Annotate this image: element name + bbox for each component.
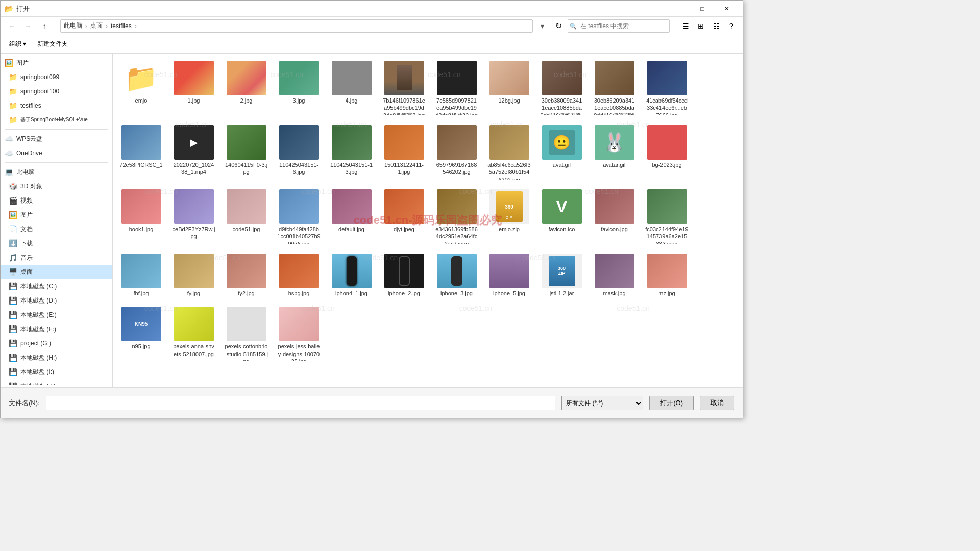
sidebar-item-pictures[interactable]: 🖼️ 图片 [1,56,112,70]
search-input[interactable] [568,19,670,33]
file-item-emjo-folder[interactable]: 📁 emjo [117,58,165,118]
filetype-select[interactable]: 所有文件 (*.*) [561,396,643,410]
file-item-avatar-gif[interactable]: 🐰 avatar.gif [590,122,639,182]
file-item-3jpg[interactable]: 3.jpg [275,58,323,118]
sidebar-item-mysql-vue[interactable]: 📁 基于SpringBoot+MySQL+Vue [1,113,112,127]
sidebar-item-drive-f[interactable]: 💾 本地磁盘 (F:) [1,322,112,336]
breadcrumb-testfiles[interactable]: testfiles [111,22,132,30]
sidebar-item-img[interactable]: 🖼️ 图片 [1,208,112,222]
sidebar-scroll: 🖼️ 图片 📁 springboot099 📁 springboot100 📁 … [1,56,112,385]
file-item-book1[interactable]: book1.jpg [117,186,165,246]
file-item-fy2[interactable]: fy2.jpg [222,251,271,299]
sidebar-item-doc[interactable]: 📄 文档 [1,222,112,236]
up-button[interactable]: ↑ [37,19,52,33]
open-button[interactable]: 打开(O) [649,396,694,410]
help-button[interactable]: ? [724,19,739,33]
sidebar-item-3d[interactable]: 🎲 3D 对象 [1,179,112,193]
file-item-jstl[interactable]: 360ZIP jstl-1.2.jar [537,251,586,299]
file-item-150113[interactable]: 150113122411-1.jpg [380,122,428,182]
maximize-button[interactable]: □ [691,1,714,17]
file-item-pexels-jess[interactable]: pexels-jess-bailey-designs-1007025.jpg [275,304,323,364]
file-item-110425-6[interactable]: 110425043151-6.jpg [275,122,323,182]
file-item-72e58[interactable]: 72e58PICRSC_1 [117,122,165,182]
sidebar-item-desktop[interactable]: 🖥️ 桌面 [1,265,112,279]
filename-input[interactable] [46,396,556,410]
file-item-code51[interactable]: code51.jpg [222,186,271,246]
sidebar-item-drive-h[interactable]: 💾 本地磁盘 (H:) [1,350,112,365]
breadcrumb-desktop[interactable]: 桌面 [90,21,103,30]
file-item-iphone3[interactable]: iphone_3.jpg [432,251,481,299]
file-item-ab85f[interactable]: ab85f4c6ca526f35a752ef80b1f546202.jpg [485,122,533,182]
sidebar-item-drive-g[interactable]: 💾 project (G:) [1,336,112,350]
sidebar-item-video[interactable]: 🎬 视频 [1,193,112,208]
file-item-6597[interactable]: 6597969167168546202.jpg [432,122,481,182]
file-item-e34361[interactable]: e34361369fb5864dc2951e2a64fc2ac7.jpeg [432,186,481,246]
file-item-140604[interactable]: 140604115F0-3.jpg [222,122,271,182]
sidebar-item-this-pc[interactable]: 💻 此电脑 [1,165,112,179]
view-mode-button[interactable]: ☰ [678,19,693,33]
file-item-12bg[interactable]: 12bg.jpg [485,58,533,118]
file-item-7c585[interactable]: 7c585d9097821ea95b499dbc19d2de8战神32.jpg [432,58,481,118]
file-item-n95[interactable]: KN95 n95.jpg [117,304,165,364]
file-item-default[interactable]: default.jpg [327,186,376,246]
sidebar-item-wps[interactable]: ☁️ WPS云盘 [1,132,112,146]
sidebar-label: 本地磁盘 (D:) [20,296,57,305]
sidebar-item-drive-c[interactable]: 💾 本地磁盘 (C:) [1,279,112,293]
sidebar-item-springboot100[interactable]: 📁 springboot100 [1,84,112,98]
file-item-djyt[interactable]: djyt.jpeg [380,186,428,246]
file-item-iphon4[interactable]: iphon4_1.jpg [327,251,376,299]
sidebar-item-onedrive[interactable]: ☁️ OneDrive [1,146,112,160]
file-item-fy[interactable]: fy.jpg [169,251,218,299]
sidebar-item-drive-j[interactable]: 💾 本地磁盘 (J:) [1,379,112,385]
file-item-4jpg[interactable]: 4.jpg [327,58,376,118]
file-item-hspg[interactable]: hspg.jpg [275,251,323,299]
organize-button[interactable]: 组织 ▾ [5,37,31,52]
file-item-mask[interactable]: mask.jpg [590,251,639,299]
file-item-2jpg[interactable]: 2.jpg [222,58,271,118]
file-item-mz[interactable]: mz.jpg [643,251,691,299]
back-button[interactable]: ← [5,19,19,33]
file-item-cebd2[interactable]: ceBd2F3Yz7Rw.jpg [169,186,218,246]
file-item-20220720[interactable]: ▶ 20220720_102438_1.mp4 [169,122,218,182]
sidebar-label: WPS云盘 [16,135,42,143]
sidebar-label: OneDrive [16,149,42,157]
file-item-fc03c2[interactable]: fc03c2144f94e19145739a6a2e15883.jpeg [643,186,691,246]
cancel-button[interactable]: 取消 [700,396,734,410]
window-controls: ─ □ ✕ [666,1,739,17]
sidebar-item-drive-e[interactable]: 💾 本地磁盘 (E:) [1,308,112,322]
file-item-bg2023[interactable]: bg-2023.jpg [643,122,691,182]
sidebar-label: 本地磁盘 (H:) [20,354,57,362]
dropdown-button[interactable]: ▾ [535,19,549,33]
file-item-30eb38[interactable]: 30eb38009a3411eace10885bda9dd416便签召唤.jpg [537,58,586,118]
sidebar-item-drive-d[interactable]: 💾 本地磁盘 (D:) [1,293,112,308]
file-item-pexels-cotton[interactable]: pexels-cottonbrio-studio-5185159.jpg [222,304,271,364]
file-item-iphone5[interactable]: iphone_5.jpg [485,251,533,299]
file-item-favicon-ico[interactable]: V favicon.ico [537,186,586,246]
file-item-favicon-jpg[interactable]: favicon.jpg [590,186,639,246]
sidebar-item-drive-i[interactable]: 💾 本地磁盘 (I:) [1,365,112,379]
sidebar-item-download[interactable]: ⬇️ 下载 [1,236,112,251]
close-button[interactable]: ✕ [715,1,739,17]
file-item-41cab[interactable]: 41cab69df54ccd33c414ee6r...eb7666.jpg [643,58,691,118]
refresh-button[interactable]: ↻ [551,19,566,33]
new-folder-button[interactable]: 新建文件夹 [33,37,72,52]
sidebar-item-springboot099[interactable]: 📁 springboot099 [1,70,112,84]
breadcrumb-this-pc[interactable]: 此电脑 [64,21,82,30]
file-item-fhf[interactable]: fhf.jpg [117,251,165,299]
forward-button[interactable]: → [21,19,35,33]
file-item-iphone2[interactable]: iphone_2.jpg [380,251,428,299]
file-item-1jpg[interactable]: 1.jpg [169,58,218,118]
file-item-pexels-anna[interactable]: pexels-anna-shvets-5218007.jpg [169,304,218,364]
file-item-110425-13[interactable]: 110425043151-13.jpg [327,122,376,182]
address-bar[interactable]: 此电脑 › 桌面 › testfiles › [60,19,533,33]
view-grid-button[interactable]: ⊞ [694,19,708,33]
file-item-30eb86[interactable]: 30eb86209a3411eace10885bda9dd416便签召唤1.jp… [590,58,639,118]
view-detail-button[interactable]: ☷ [709,19,723,33]
file-item-d9fcb[interactable]: d9fcb449fa428b1cc001b40527b99076.jpg [275,186,323,246]
sidebar-item-music[interactable]: 🎵 音乐 [1,251,112,265]
file-item-7b146[interactable]: 7b146f1097861ea95b499dbc19d2de8类德赛2.jpg [380,58,428,118]
file-item-emjo-zip[interactable]: 360 ZIP emjo.zip [485,186,533,246]
sidebar-item-testfiles[interactable]: 📁 testfiles [1,98,112,113]
minimize-button[interactable]: ─ [666,1,690,17]
file-item-avat-gif[interactable]: 😐 avat.gif [537,122,586,182]
